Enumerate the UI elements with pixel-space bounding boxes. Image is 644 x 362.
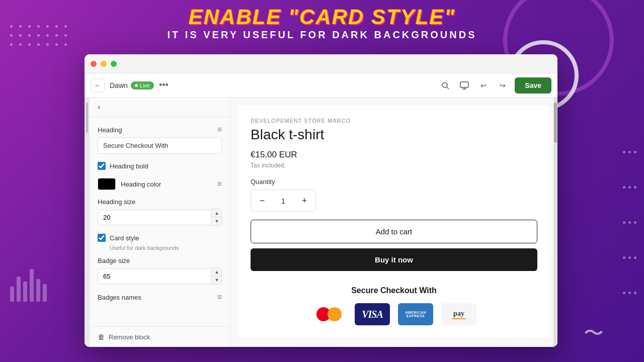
- badges-names-stack-icon: ≡: [217, 293, 222, 302]
- heading-label: Heading ≡: [98, 125, 222, 134]
- product-price: €15,00 EUR: [251, 150, 537, 160]
- dots-right-1: [623, 151, 636, 153]
- badge-size-input[interactable]: [98, 268, 211, 284]
- badge-size-down[interactable]: ▼: [211, 276, 222, 284]
- visa-badge: VISA: [355, 303, 390, 325]
- dots-right-4: [623, 256, 636, 259]
- quantity-value: 1: [273, 197, 293, 205]
- amazon-pay-text: pay: [453, 310, 464, 318]
- badge-size-up[interactable]: ▲: [211, 268, 222, 276]
- amex-badge: AMERICAN EXPRESS: [398, 303, 433, 325]
- heading-size-label: Heading size: [98, 198, 222, 206]
- live-label: Live: [140, 82, 150, 88]
- heading-bold-row: Heading bold: [98, 162, 222, 170]
- heading-bold-label: Heading bold: [110, 162, 148, 170]
- svg-line-1: [447, 87, 449, 89]
- search-icon[interactable]: [438, 78, 452, 93]
- undo-button[interactable]: ↩: [476, 78, 491, 93]
- heading-size-up[interactable]: ▲: [211, 209, 222, 217]
- header-title-line2: It is very useful for dark backgrounds: [0, 29, 644, 41]
- quantity-label: Quantity: [251, 178, 537, 186]
- toolbar-more-button[interactable]: •••: [159, 80, 169, 90]
- heading-size-form-group: Heading size ▲ ▼: [98, 198, 222, 226]
- card-style-row: Card style: [98, 234, 222, 242]
- card-style-checkbox[interactable]: [98, 234, 106, 242]
- settings-panel: ‹ Heading ≡ Heading bold: [90, 98, 230, 347]
- heading-form-group: Heading ≡: [98, 125, 222, 154]
- mc-orange-circle: [328, 307, 342, 321]
- sidebar-scroll-indicator: [85, 98, 90, 347]
- dots-right-5: [623, 292, 636, 294]
- traffic-light-minimize[interactable]: [101, 61, 107, 67]
- heading-stack-icon: ≡: [217, 125, 222, 134]
- remove-block-label: Remove block: [109, 333, 150, 341]
- payment-badges: VISA AMERICAN EXPRESS pay: [251, 303, 537, 325]
- decorative-bars: [10, 269, 47, 302]
- heading-size-input[interactable]: [98, 210, 211, 225]
- quantity-control: − 1 +: [251, 190, 316, 212]
- badge-size-input-row: ▲ ▼: [98, 267, 222, 285]
- preview-scroll-thumb: [554, 103, 557, 143]
- badge-size-form-group: Badge size ▲ ▼: [98, 257, 222, 285]
- traffic-light-close[interactable]: [91, 61, 97, 67]
- heading-color-swatch[interactable]: [98, 178, 116, 190]
- preview-scrollbar[interactable]: [553, 98, 557, 347]
- buy-now-button[interactable]: Buy it now: [251, 248, 537, 271]
- trash-icon: 🗑: [98, 333, 105, 341]
- browser-titlebar: [85, 54, 557, 73]
- product-card: DEVELOPEMENT STORE MARCO Black t-shirt €…: [238, 106, 549, 337]
- heading-size-input-row: ▲ ▼: [98, 209, 222, 226]
- card-style-label: Card style: [110, 234, 139, 242]
- mastercard-logo: [316, 307, 342, 322]
- traffic-light-maximize[interactable]: [111, 61, 117, 67]
- live-badge: Live: [131, 81, 154, 89]
- redo-button[interactable]: ↪: [496, 78, 510, 93]
- sidebar-content: Heading ≡ Heading bold Heading color ≡: [90, 117, 230, 318]
- badges-names-label: Badges names ≡: [98, 293, 222, 302]
- product-title: Black t-shirt: [251, 127, 537, 143]
- header-title-line1: Enable "Card style": [0, 5, 644, 29]
- browser-content: ‹ Heading ≡ Heading bold: [85, 98, 557, 347]
- amex-logo: AMERICAN EXPRESS: [405, 311, 426, 318]
- visa-logo-text: VISA: [362, 309, 383, 320]
- browser-toolbar: ← Dawn Live ••• ↩ ↪ Save: [85, 73, 557, 98]
- heading-color-row: Heading color ≡: [98, 178, 222, 190]
- badge-size-spinners: ▲ ▼: [211, 267, 222, 285]
- badge-size-label: Badge size: [98, 257, 222, 264]
- heading-size-down[interactable]: ▼: [211, 217, 222, 225]
- amex-text-american: AMERICAN: [405, 311, 426, 314]
- card-style-sublabel: Useful for dark backgrounds: [110, 245, 222, 251]
- live-dot: [135, 84, 138, 87]
- quantity-increase-button[interactable]: +: [293, 190, 315, 211]
- monitor-icon[interactable]: [457, 78, 471, 93]
- dots-right-3: [623, 221, 636, 224]
- heading-size-spinners: ▲ ▼: [211, 209, 222, 226]
- add-to-cart-button[interactable]: Add to cart: [251, 220, 537, 243]
- heading-input[interactable]: [98, 137, 222, 154]
- toolbar-back-button[interactable]: ←: [91, 78, 105, 93]
- store-name: DEVELOPEMENT STORE MARCO: [251, 118, 537, 124]
- amex-text-express: EXPRESS: [407, 314, 425, 318]
- decorative-wavy: 〜: [584, 319, 604, 347]
- amazon-pay-badge: pay: [441, 303, 476, 325]
- save-button[interactable]: Save: [515, 77, 551, 94]
- theme-name: Dawn: [110, 81, 128, 89]
- svg-point-0: [442, 82, 447, 87]
- heading-color-stack-icon: ≡: [217, 179, 222, 189]
- quantity-decrease-button[interactable]: −: [251, 190, 273, 211]
- sidebar-back-button[interactable]: ‹: [90, 98, 230, 117]
- toolbar-theme-info: Dawn Live: [110, 81, 154, 89]
- browser-window: ← Dawn Live ••• ↩ ↪ Save ‹: [85, 54, 557, 347]
- remove-block-row[interactable]: 🗑 Remove block: [90, 326, 230, 347]
- heading-bold-checkbox[interactable]: [98, 162, 106, 170]
- mastercard-badge: [311, 303, 347, 325]
- dots-right-2: [623, 186, 636, 189]
- tax-info: Tax included.: [251, 162, 537, 169]
- svg-rect-2: [460, 82, 468, 87]
- heading-color-label: Heading color: [121, 180, 212, 188]
- page-header: Enable "Card style" It is very useful fo…: [0, 0, 644, 41]
- amazon-pay-logo: pay: [452, 310, 466, 319]
- secure-checkout-section: Secure Checkout With VISA: [251, 286, 537, 325]
- preview-area: DEVELOPEMENT STORE MARCO Black t-shirt €…: [230, 98, 557, 347]
- amazon-smile: [452, 318, 466, 319]
